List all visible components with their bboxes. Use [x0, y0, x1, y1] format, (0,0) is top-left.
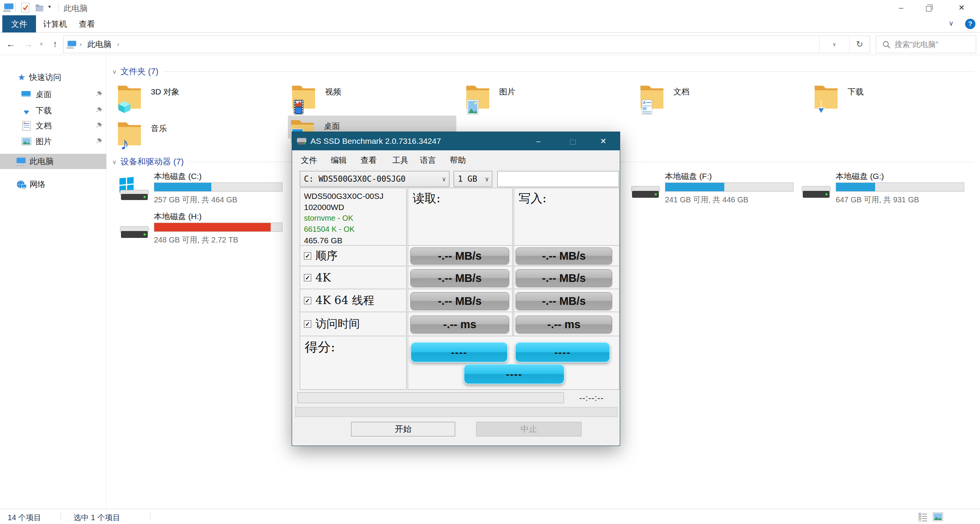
group-header-rule: [164, 72, 974, 72]
sidebar-item-pictures[interactable]: 图片: [0, 134, 106, 149]
breadcrumb-this-pc[interactable]: 此电脑: [87, 36, 111, 53]
group-expanded-chevron-icon[interactable]: ∨: [112, 158, 117, 166]
qat-dropdown-icon[interactable]: ▾: [48, 3, 51, 10]
thumbnail-view-toggle-icon[interactable]: [933, 512, 943, 521]
4k64-write-cell: -.-- MB/s: [514, 289, 619, 312]
folders-group-header[interactable]: ∨ 文件夹 (7): [112, 65, 974, 78]
address-dropdown-button[interactable]: ∨: [819, 36, 849, 53]
tab-file[interactable]: 文件: [2, 15, 36, 33]
menu-file[interactable]: 文件: [301, 155, 317, 166]
checkbox-access-time[interactable]: ✓: [304, 321, 311, 328]
pin-icon: [96, 122, 103, 129]
sidebar-item-quick-access[interactable]: ★ 快速访问: [0, 70, 106, 85]
film-strip-icon: [292, 99, 305, 115]
search-input[interactable]: [895, 37, 973, 51]
drive-model2: 102000WD: [304, 202, 402, 213]
drive-tile-g[interactable]: 本地磁盘 (G:) 647 GB 可用, 共 931 GB: [797, 170, 969, 207]
restore-icon: [926, 6, 931, 11]
breadcrumb[interactable]: › 此电脑 › ∨ ↻: [63, 36, 870, 53]
chevron-down-icon: ∨: [485, 171, 489, 187]
refresh-button[interactable]: ↻: [849, 36, 870, 53]
up-button[interactable]: ↑: [47, 33, 63, 55]
3d-cube-icon: [118, 99, 131, 115]
benchmark-menubar: 文件 编辑 查看 工具 语言 帮助: [292, 150, 620, 169]
checkbox-4k64[interactable]: ✓: [304, 297, 311, 304]
desktop-icon: [21, 90, 31, 99]
benchmark-text-input[interactable]: [498, 171, 619, 187]
download-icon: [22, 106, 31, 116]
folder-tile-videos[interactable]: 视频: [289, 81, 457, 115]
new-folder-icon[interactable]: [35, 3, 44, 12]
benchmark-minimize-button[interactable]: –: [526, 132, 550, 150]
folder-tile-downloads[interactable]: 下载: [812, 81, 980, 115]
benchmark-text-field[interactable]: [497, 171, 619, 187]
checkbox-4k[interactable]: ✓: [304, 274, 311, 281]
drive-select-dropdown[interactable]: C: WDS500G3X0C-00SJG0 ∨: [300, 171, 449, 187]
status-bar: 14 个项目 选中 1 个项目: [0, 509, 980, 524]
score-label-cell: 得分:: [300, 336, 407, 390]
capacity-bar: [154, 223, 283, 232]
details-view-toggle-icon[interactable]: [918, 512, 928, 522]
picture-icon: [21, 137, 31, 145]
properties-check-icon[interactable]: [21, 3, 30, 13]
titlebar-separator: [15, 2, 16, 12]
close-button[interactable]: ✕: [950, 0, 973, 15]
breadcrumb-chevron-icon[interactable]: ›: [80, 36, 82, 53]
sidebar-item-documents[interactable]: A 文档: [0, 119, 106, 133]
benchmark-window-title: AS SSD Benchmark 2.0.7316.34247: [310, 137, 441, 146]
benchmark-close-button[interactable]: ✕: [591, 132, 615, 150]
maximize-icon: [570, 140, 576, 145]
status-separator: [150, 512, 150, 521]
search-box[interactable]: [876, 36, 976, 53]
recent-locations-dropdown-icon[interactable]: ∨: [37, 33, 46, 55]
seq-write-result: -.-- MB/s: [516, 247, 612, 264]
tab-view[interactable]: 查看: [74, 15, 100, 33]
sidebar-item-downloads[interactable]: 下载: [0, 103, 106, 118]
menu-help[interactable]: 帮助: [450, 155, 466, 166]
ribbon-tab-row: 文件 计算机 查看 ∨ ?: [0, 15, 980, 33]
drive-tile-c[interactable]: 本地磁盘 (C:) 257 GB 可用, 共 464 GB: [115, 170, 287, 207]
pin-icon: [96, 91, 103, 98]
group-expanded-chevron-icon[interactable]: ∨: [112, 68, 117, 75]
ribbon-collapse-icon[interactable]: ∨: [949, 19, 954, 28]
help-button[interactable]: ?: [965, 19, 975, 29]
download-arrow-icon: [815, 99, 828, 115]
quick-access-star-icon: ★: [18, 70, 26, 85]
test-size-dropdown[interactable]: 1 GB ∨: [454, 171, 492, 187]
seq-read-cell: -.-- MB/s: [408, 245, 513, 266]
drive-tile-h[interactable]: 本地磁盘 (H:) 248 GB 可用, 共 2.72 TB: [115, 210, 287, 247]
folder-tile-documents[interactable]: A 文档: [637, 81, 806, 115]
menu-view[interactable]: 查看: [361, 155, 377, 166]
start-button[interactable]: 开始: [351, 422, 455, 436]
folder-tile-pictures[interactable]: 图片: [463, 81, 632, 115]
menu-edit[interactable]: 编辑: [331, 155, 347, 166]
pin-icon: [96, 138, 103, 145]
window-title: 此电脑: [64, 3, 88, 14]
sidebar-item-network[interactable]: 网络: [0, 177, 106, 192]
this-pc-icon: [15, 157, 26, 166]
access-write-cell: -.-- ms: [514, 312, 619, 336]
access-write-result: -.-- ms: [516, 316, 612, 333]
drive-tile-f[interactable]: 本地磁盘 (F:) 241 GB 可用, 共 446 GB: [626, 170, 798, 207]
abort-button: 中止: [476, 422, 581, 436]
read-header: 读取:: [413, 190, 440, 207]
menu-language[interactable]: 语言: [420, 155, 436, 166]
back-button[interactable]: ←: [3, 33, 18, 55]
breadcrumb-chevron-icon[interactable]: ›: [117, 36, 119, 53]
sidebar-item-this-pc[interactable]: 此电脑: [0, 154, 106, 169]
total-score: ----: [464, 364, 565, 384]
menu-tools[interactable]: 工具: [392, 155, 408, 166]
checkbox-seq[interactable]: ✓: [304, 252, 311, 259]
tab-computer[interactable]: 计算机: [38, 15, 72, 33]
4k-read-cell: -.-- MB/s: [408, 266, 513, 289]
access-read-result: -.-- ms: [410, 316, 509, 333]
benchmark-titlebar[interactable]: AS SSD Benchmark 2.0.7316.34247 – ✕: [292, 132, 620, 150]
folder-tile-music[interactable]: ♪ 音乐: [115, 118, 283, 151]
as-ssd-benchmark-window: AS SSD Benchmark 2.0.7316.34247 – ✕ 文件 编…: [292, 132, 620, 446]
svg-text:A: A: [23, 121, 25, 125]
folder-tile-3d-objects[interactable]: 3D 对象: [115, 81, 283, 115]
minimize-button[interactable]: –: [890, 0, 913, 15]
sidebar-item-desktop[interactable]: 桌面: [0, 87, 106, 102]
forward-button[interactable]: →: [21, 33, 36, 55]
restore-button[interactable]: [917, 0, 940, 15]
